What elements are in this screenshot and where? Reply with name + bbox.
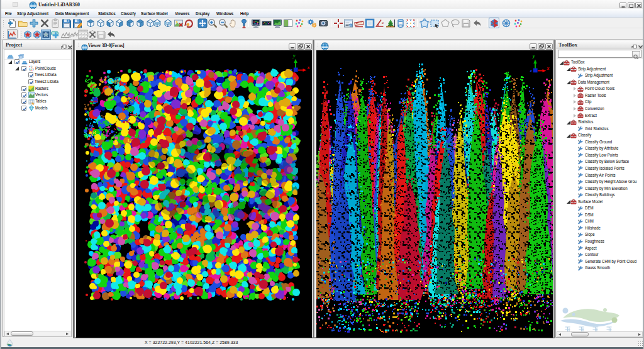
- svg-text:y: y: [292, 53, 296, 58]
- svg-text:BACK: BACK: [165, 22, 170, 25]
- svg-text:z: z: [290, 67, 292, 72]
- svg-text:y: y: [532, 53, 535, 59]
- svg-text:z: z: [530, 68, 532, 73]
- svg-text:x: x: [307, 65, 310, 70]
- svg-text:FRONT: FRONT: [154, 22, 160, 25]
- svg-text:x: x: [546, 65, 549, 71]
- svg-text:a: a: [382, 21, 384, 25]
